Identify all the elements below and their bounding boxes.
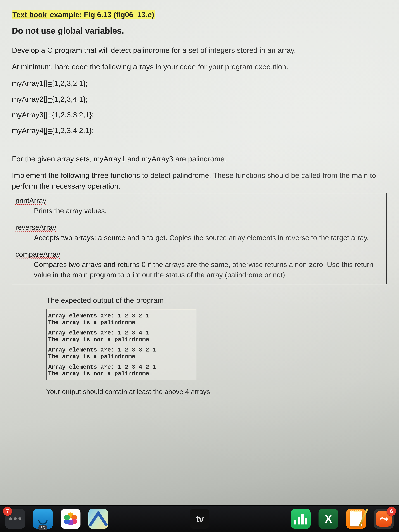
console-line: Array elements are: 1 2 3 4 2 1 [48, 364, 193, 371]
func-row-compare: compareArray Compares two arrays and ret… [12, 247, 386, 284]
console-block: Array elements are: 1 2 3 4 1 The array … [48, 329, 193, 343]
func-row-reverse: reverseArray Accepts two arrays: a sourc… [12, 220, 386, 247]
title-highlight: Text book [12, 10, 47, 19]
console-line: The array is not a palindrome [48, 370, 193, 377]
title-rest: example: Fig 6.13 (fig06_13.c) [47, 10, 155, 19]
notification-badge: 6 [387, 507, 396, 516]
swift-playgrounds-icon[interactable]: 6 ⤳ [374, 509, 394, 529]
paragraph-1: Develop a C program that will detect pal… [12, 45, 390, 56]
finder-icon[interactable]: ◡ 3D [33, 509, 53, 529]
paragraph-2: At minimum, hard code the following arra… [12, 61, 390, 72]
console-output: Array elements are: 1 2 3 2 1 The array … [46, 309, 196, 380]
title-line: Text book example: Fig 6.13 (fig06_13.c) [12, 9, 390, 20]
numbers-icon[interactable] [291, 509, 310, 529]
arr2-name: myArray2 [12, 95, 44, 103]
array-decl-2: myArray2[]={1,2,3,4,1}; [12, 94, 390, 104]
finder-face-icon: ◡ [38, 512, 48, 526]
tv-label: tv [196, 514, 204, 524]
arr1-name: myArray1 [12, 79, 44, 87]
console-block: Array elements are: 1 2 3 3 2 1 The arra… [48, 347, 193, 360]
arr3-name: myArray3 [12, 111, 44, 119]
paragraph-4: Implement the following three functions … [12, 170, 390, 191]
pages-label: PAGES [351, 509, 361, 513]
func-name-compare: compareArray [15, 250, 60, 258]
console-line: Array elements are: 1 2 3 3 2 1 [48, 347, 193, 353]
func-desc-reverse: Accepts two arrays: a source and a targe… [15, 233, 383, 243]
arr2-val: {1,2,3,4,1}; [52, 95, 88, 103]
maps-glyph-icon [89, 509, 108, 529]
output-note: Your output should contain at least the … [46, 387, 390, 397]
array-decl-4: myArray4[]={1,2,3,4,2,1}; [12, 125, 390, 136]
photos-icon[interactable] [61, 509, 81, 529]
more-apps-icon[interactable]: 7 [5, 509, 25, 529]
arr1-val: {1,2,3,2,1}; [52, 79, 88, 87]
func-desc-compare: Compares two arrays and returns 0 if the… [15, 259, 383, 280]
excel-icon[interactable]: X [318, 509, 338, 529]
bar-chart-icon [294, 513, 307, 525]
apple-tv-icon[interactable]: tv [190, 509, 209, 529]
console-line: The array is a palindrome [48, 353, 193, 360]
console-line: The array is a palindrome [48, 319, 193, 326]
arr3-brackets: []= [44, 111, 52, 119]
func-name-print: printArray [15, 196, 46, 204]
console-line: Array elements are: 1 2 3 4 1 [48, 329, 193, 336]
func-name-reverse: reverseArray [15, 223, 56, 231]
paragraph-3: For the given array sets, myArray1 and m… [12, 153, 390, 164]
array-decl-1: myArray1[]={1,2,3,2,1}; [12, 78, 390, 89]
arr4-brackets: []= [44, 126, 52, 135]
console-line: The array is not a palindrome [48, 336, 193, 343]
photos-flower-icon [64, 513, 77, 525]
arr4-val: {1,2,3,4,2,1}; [52, 126, 94, 135]
array-decl-3: myArray3[]={1,2,3,3,2,1}; [12, 109, 390, 120]
arr1-brackets: []= [44, 79, 52, 87]
func-row-print: printArray Prints the array values. [12, 193, 386, 220]
console-block: Array elements are: 1 2 3 2 1 The array … [48, 313, 193, 326]
arr2-brackets: []= [44, 95, 52, 103]
pages-icon[interactable]: PAGES [346, 509, 366, 529]
maps-icon[interactable] [89, 509, 108, 529]
func-desc-print: Prints the array values. [15, 206, 383, 216]
arr3-val: {1,2,3,3,2,1}; [52, 111, 94, 119]
console-block: Array elements are: 1 2 3 4 2 1 The arra… [48, 364, 193, 377]
notification-badge: 7 [3, 507, 12, 516]
arr4-name: myArray4 [12, 126, 44, 135]
console-line: Array elements are: 1 2 3 2 1 [48, 313, 193, 319]
expected-output-section: The expected output of the program Array… [12, 295, 390, 397]
excel-label: X [325, 513, 332, 525]
document-page: Text book example: Fig 6.13 (fig06_13.c)… [0, 0, 399, 517]
threed-label: 3D [38, 525, 47, 530]
functions-table: printArray Prints the array values. reve… [12, 193, 386, 284]
rule-line: Do not use global variables. [12, 25, 390, 37]
expected-output-title: The expected output of the program [46, 295, 390, 306]
macos-dock: 7 ◡ 3D tv X PAGES 6 ⤳ [0, 505, 399, 532]
